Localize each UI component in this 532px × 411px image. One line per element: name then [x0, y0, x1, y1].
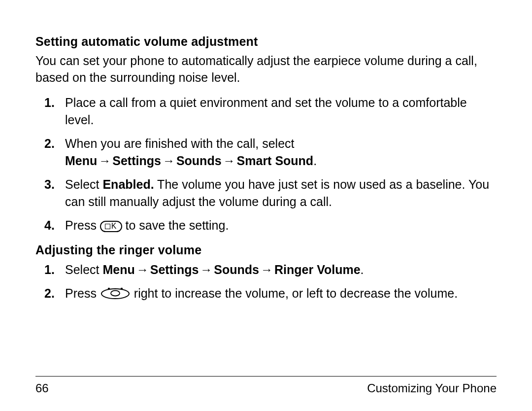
- step-text-pre: Select: [65, 263, 102, 276]
- step-trail: .: [313, 154, 317, 168]
- intro-auto-volume: You can set your phone to automatically …: [35, 53, 497, 86]
- menu-path-part: Settings: [150, 263, 199, 276]
- step-text-pre: Select: [65, 177, 102, 191]
- step-text: Place a call from a quiet environment an…: [65, 96, 467, 127]
- arrow-icon: →: [259, 263, 274, 276]
- step-text-post: to save the setting.: [125, 218, 229, 232]
- step-trail: .: [361, 263, 364, 276]
- footer-divider: [35, 376, 497, 377]
- step-text-pre: Press: [65, 218, 100, 232]
- svg-point-2: [108, 287, 110, 289]
- menu-path-part: Sounds: [214, 263, 259, 276]
- svg-point-1: [111, 290, 120, 296]
- step-number: 1.: [44, 261, 55, 279]
- step-number: 2.: [44, 285, 55, 303]
- heading-auto-volume: Setting automatic volume adjustment: [35, 34, 497, 49]
- step-text-pre: Press: [65, 286, 100, 300]
- arrow-icon: →: [199, 263, 214, 276]
- step-number: 4.: [44, 217, 55, 235]
- menu-path-part: Menu: [65, 154, 97, 168]
- arrow-icon: →: [97, 154, 112, 168]
- step-2: 2. Press right to increase the volume, o…: [35, 285, 497, 306]
- page-footer: 66 Customizing Your Phone: [35, 381, 497, 395]
- step-1: 1. Select Menu→Settings→Sounds→Ringer Vo…: [35, 261, 497, 279]
- menu-path-part: Menu: [102, 263, 134, 276]
- step-text: When you are finished with the call, sel…: [65, 137, 295, 150]
- footer-section-title: Customizing Your Phone: [367, 381, 497, 395]
- step-number: 2.: [44, 135, 55, 153]
- menu-path-part: Sounds: [176, 154, 222, 168]
- steps-ringer-volume: 1. Select Menu→Settings→Sounds→Ringer Vo…: [35, 261, 497, 305]
- arrow-icon: →: [222, 154, 237, 168]
- step-text-post: right to increase the volume, or left to…: [134, 286, 458, 300]
- step-3: 3. Select Enabled. The volume you have j…: [35, 176, 497, 211]
- arrow-icon: →: [161, 154, 176, 168]
- step-number: 1.: [44, 94, 55, 112]
- menu-path-part: Ringer Volume: [274, 263, 361, 276]
- menu-path-part: Settings: [112, 154, 161, 168]
- svg-point-3: [121, 287, 123, 289]
- page-number: 66: [35, 381, 49, 395]
- step-2: 2. When you are finished with the call, …: [35, 135, 497, 170]
- step-4: 4. Press K to save the setting.: [35, 217, 497, 235]
- ok-label: K: [111, 222, 117, 230]
- heading-ringer-volume: Adjusting the ringer volume: [35, 243, 497, 257]
- ok-button-icon: K: [100, 221, 122, 232]
- menu-path-part: Smart Sound: [237, 154, 314, 168]
- arrow-icon: →: [135, 263, 150, 276]
- steps-auto-volume: 1. Place a call from a quiet environment…: [35, 94, 497, 235]
- nav-key-icon: [100, 286, 131, 306]
- step-number: 3.: [44, 176, 55, 194]
- step-1: 1. Place a call from a quiet environment…: [35, 94, 497, 129]
- step-bold: Enabled.: [102, 177, 154, 191]
- manual-page: Setting automatic volume adjustment You …: [0, 0, 532, 411]
